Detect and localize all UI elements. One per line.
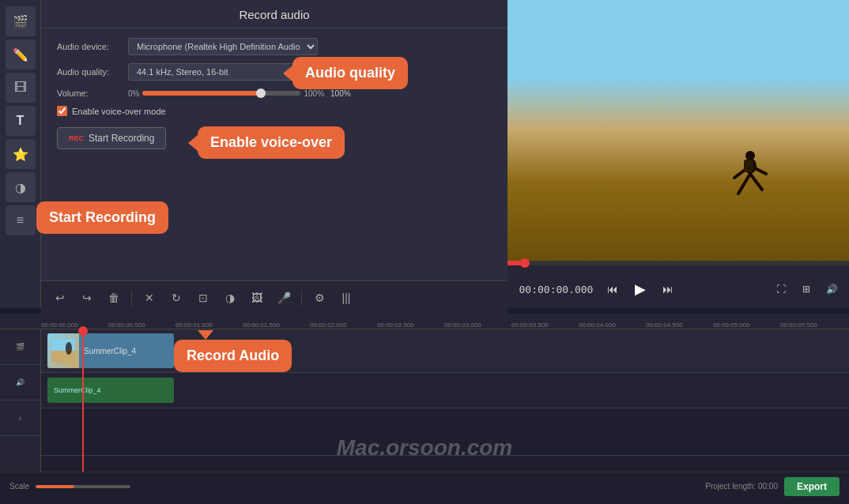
volume-right-label: 100% <box>304 89 324 98</box>
delete-button[interactable]: 🗑 <box>103 287 125 309</box>
ruler-mark-2: 00:00:01.000 <box>175 322 213 329</box>
redo-button[interactable]: ↪ <box>76 287 98 309</box>
audio-device-row: Audio device: Microphone (Realtek High D… <box>57 38 492 55</box>
volume-button[interactable]: 🔊 <box>822 280 841 299</box>
audio-button[interactable]: 🎤 <box>273 287 295 309</box>
project-length: Project length: 00:00 <box>705 482 778 491</box>
ruler-mark-10: 00:00:05.000 <box>713 322 750 329</box>
start-recording-label: Start Recording <box>89 133 154 144</box>
ruler-mark-5: 00:00:02.500 <box>377 322 414 329</box>
scale-label: Scale <box>9 482 29 491</box>
tracks-content: SummerClip_4 SummerClip_4 <box>41 329 849 472</box>
ruler-mark-4: 00:00:02.000 <box>310 322 347 329</box>
audio-quality-label: Audio quality: <box>57 67 128 77</box>
volume-thumb <box>256 88 266 98</box>
volume-label: Volume: <box>57 88 128 98</box>
ruler-mark-6: 00:00:03.000 <box>444 322 481 329</box>
svg-rect-8 <box>51 351 75 363</box>
clip-thumbnail <box>47 333 79 368</box>
svg-point-1 <box>745 151 755 160</box>
rotate-button[interactable]: ↻ <box>165 287 187 309</box>
audio-device-select[interactable]: Microphone (Realtek High Definition Audi… <box>128 38 318 55</box>
person-figure <box>730 150 770 213</box>
skip-forward-button[interactable]: ⏭ <box>658 280 677 299</box>
voiceover-label: Enable voice-over mode <box>72 107 166 116</box>
fullscreen-button[interactable]: ⛶ <box>772 280 791 299</box>
svg-point-9 <box>66 342 72 355</box>
time-display: 00:00:00.000 <box>515 284 597 295</box>
preview-progress-bar[interactable] <box>508 261 849 265</box>
crop-button[interactable]: ⊡ <box>192 287 214 309</box>
music-track-ctrl: ♪ <box>0 401 40 436</box>
color-button[interactable]: ◑ <box>219 287 241 309</box>
toolbar-separator-2 <box>301 290 302 306</box>
audio-quality-select[interactable]: 44.1 kHz, Stereo, 16-bit <box>128 63 318 81</box>
ruler-mark-11: 00:00:05.500 <box>780 322 817 329</box>
voiceover-row: Enable voice-over mode <box>57 106 492 116</box>
ruler-mark-8: 00:00:04.000 <box>579 322 616 329</box>
start-recording-button[interactable]: REC Start Recording <box>57 127 166 149</box>
preview-video <box>508 0 849 261</box>
list-icon[interactable]: ≡ <box>6 205 36 235</box>
media-icon[interactable]: 🎬 <box>6 6 36 36</box>
toolbar-separator-1 <box>131 290 132 306</box>
volume-percent: 100% <box>330 89 351 98</box>
timeline-footer: Scale Project length: 00:00 Export <box>0 472 849 500</box>
playhead-dot <box>78 326 88 336</box>
timeline-tracks: 🎬 🔊 ♪ Summe <box>0 329 849 472</box>
volume-slider[interactable] <box>142 91 300 96</box>
timeline: 00:00:00.000 00:00:00.500 00:00:01.000 0… <box>0 314 849 504</box>
skip-back-button[interactable]: ⏮ <box>603 280 622 299</box>
preview-progress-handle <box>520 258 530 268</box>
ruler-mark-9: 00:00:04.500 <box>646 322 683 329</box>
svg-line-4 <box>738 174 750 194</box>
volume-left-label: 0% <box>128 89 139 98</box>
sticker-icon[interactable]: ⭐ <box>6 139 36 169</box>
preview-controls: 00:00:00.000 ⏮ ▶ ⏭ ⛶ ⊞ 🔊 <box>508 265 849 308</box>
voiceover-checkbox[interactable] <box>57 106 67 116</box>
svg-rect-6 <box>744 160 753 172</box>
image-button[interactable]: 🖼 <box>246 287 268 309</box>
svg-line-5 <box>750 174 762 190</box>
play-button[interactable]: ▶ <box>628 277 652 301</box>
edit-icon[interactable]: ✏️ <box>6 39 36 70</box>
text-icon[interactable]: T <box>6 106 36 136</box>
sidebar: 🎬 ✏️ 🎞 T ⭐ ◑ ≡ <box>0 0 41 308</box>
rec-label: REC <box>69 134 84 142</box>
audio-track[interactable]: SummerClip_4 <box>41 373 849 408</box>
panel-title: Record audio <box>41 0 508 28</box>
track-controls: 🎬 🔊 ♪ <box>0 329 41 472</box>
record-panel: Record audio Audio device: Microphone (R… <box>41 0 508 308</box>
toolbar: ↩ ↪ 🗑 ✕ ↻ ⊡ ◑ 🖼 🎤 ⚙ ||| <box>41 280 508 314</box>
export-button[interactable]: Export <box>784 477 840 496</box>
scale-slider[interactable] <box>36 485 130 488</box>
video-track-ctrl: 🎬 <box>0 329 40 365</box>
settings-button[interactable]: ⚙ <box>308 287 330 309</box>
fit-button[interactable]: ⊞ <box>797 280 816 299</box>
audio-device-label: Audio device: <box>57 42 128 51</box>
video-clip[interactable]: SummerClip_4 <box>47 333 174 368</box>
preview-panel: 00:00:00.000 ⏮ ▶ ⏭ ⛶ ⊞ 🔊 <box>508 0 849 308</box>
undo-button[interactable]: ↩ <box>49 287 71 309</box>
equalizer-button[interactable]: ||| <box>335 287 357 309</box>
ruler-mark-1: 00:00:00.500 <box>108 322 145 329</box>
video-track[interactable]: SummerClip_4 <box>41 329 849 373</box>
music-track <box>41 408 849 456</box>
volume-row: Volume: 0% 100% 100% <box>57 88 492 98</box>
audio-clip[interactable]: SummerClip_4 <box>47 378 174 403</box>
timeline-ruler: 00:00:00.000 00:00:00.500 00:00:01.000 0… <box>0 314 849 329</box>
effects-icon[interactable]: 🎞 <box>6 73 36 103</box>
ruler-mark-7: 00:00:03.500 <box>511 322 549 329</box>
transition-icon[interactable]: ◑ <box>6 172 36 202</box>
ruler-mark-3: 00:00:01.500 <box>243 322 280 329</box>
audio-track-ctrl: 🔊 <box>0 365 40 401</box>
audio-clip-label: SummerClip_4 <box>54 386 101 394</box>
playhead <box>82 329 84 472</box>
close-button[interactable]: ✕ <box>138 287 160 309</box>
ruler-mark-0: 00:00:00.000 <box>41 322 78 329</box>
video-clip-label: SummerClip_4 <box>79 347 136 355</box>
audio-quality-row: Audio quality: 44.1 kHz, Stereo, 16-bit <box>57 63 492 81</box>
